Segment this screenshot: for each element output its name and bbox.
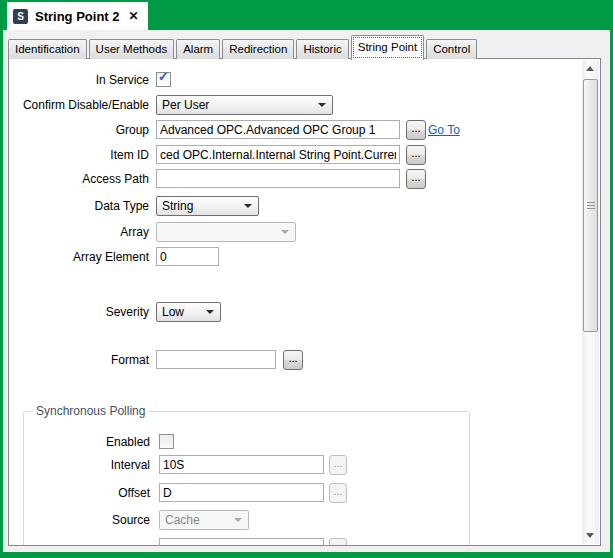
check-icon: ✓ bbox=[158, 69, 169, 84]
row-severity: Severity Low bbox=[9, 302, 580, 322]
confirm-disable-enable-label: Confirm Disable/Enable bbox=[9, 95, 149, 115]
data-type-value: String bbox=[162, 197, 193, 215]
scroll-up-button[interactable] bbox=[582, 60, 599, 77]
access-path-label: Access Path bbox=[9, 169, 149, 189]
chevron-down-icon bbox=[234, 518, 242, 522]
row-in-service: In Service ✓ bbox=[9, 70, 580, 90]
row-clipped-bottom: ... bbox=[24, 538, 449, 546]
source-value: Cache bbox=[165, 511, 200, 529]
chevron-down-icon bbox=[206, 310, 214, 314]
array-combobox bbox=[156, 222, 296, 242]
severity-combobox[interactable]: Low bbox=[156, 302, 221, 322]
chevron-down-icon bbox=[318, 103, 326, 107]
row-group: Group ... Go To bbox=[9, 120, 580, 140]
close-icon[interactable]: ✕ bbox=[129, 9, 139, 23]
chevron-down-icon bbox=[281, 230, 289, 234]
access-path-browse-button[interactable]: ... bbox=[406, 169, 426, 189]
row-array-element: Array Element bbox=[9, 247, 580, 267]
offset-browse-button: ... bbox=[329, 483, 347, 503]
scroll-down-button[interactable] bbox=[582, 527, 599, 544]
item-id-label: Item ID bbox=[9, 145, 149, 165]
tab-string-point[interactable]: String Point bbox=[351, 35, 424, 60]
clipped-input[interactable] bbox=[159, 538, 324, 546]
offset-input[interactable] bbox=[159, 483, 324, 502]
in-service-checkbox[interactable]: ✓ bbox=[156, 72, 171, 87]
tab-redirection[interactable]: Redirection bbox=[222, 39, 294, 59]
arrow-down-icon bbox=[586, 533, 594, 538]
data-type-combobox[interactable]: String bbox=[156, 196, 259, 216]
thumb-grip-icon bbox=[587, 202, 595, 210]
row-access-path: Access Path ... bbox=[9, 169, 580, 189]
source-label: Source bbox=[24, 510, 150, 530]
row-interval: Interval ... bbox=[24, 455, 449, 475]
item-id-input[interactable] bbox=[156, 145, 400, 164]
document-title: String Point 2 bbox=[35, 9, 120, 24]
go-to-link[interactable]: Go To bbox=[428, 120, 460, 140]
row-array: Array bbox=[9, 222, 580, 242]
enabled-label: Enabled bbox=[24, 432, 150, 452]
data-type-label: Data Type bbox=[9, 196, 149, 216]
group-input[interactable] bbox=[156, 120, 400, 139]
array-element-input[interactable] bbox=[156, 247, 219, 266]
scrollbar-thumb[interactable] bbox=[583, 79, 598, 332]
tab-historic[interactable]: Historic bbox=[296, 39, 348, 59]
document-tab[interactable]: S String Point 2 ✕ bbox=[7, 2, 148, 30]
tab-alarm[interactable]: Alarm bbox=[176, 39, 220, 59]
row-format: Format ... bbox=[9, 350, 580, 370]
interval-browse-button: ... bbox=[329, 455, 347, 475]
string-point-icon: S bbox=[13, 9, 28, 24]
array-element-label: Array Element bbox=[9, 247, 149, 267]
arrow-up-icon bbox=[586, 66, 594, 71]
array-label: Array bbox=[9, 222, 149, 242]
string-point-tab-page: In Service ✓ Confirm Disable/Enable Per … bbox=[8, 58, 601, 546]
vertical-scrollbar[interactable] bbox=[582, 60, 599, 544]
tab-control[interactable]: Control bbox=[426, 39, 477, 59]
confirm-disable-enable-combobox[interactable]: Per User bbox=[156, 95, 333, 115]
access-path-input[interactable] bbox=[156, 169, 400, 188]
chevron-down-icon bbox=[244, 204, 252, 208]
row-source: Source Cache bbox=[24, 510, 449, 530]
format-label: Format bbox=[9, 350, 149, 370]
synchronous-polling-title: Synchronous Polling bbox=[32, 404, 149, 418]
string-point-window: S String Point 2 ✕ Identification User M… bbox=[0, 0, 613, 558]
format-input[interactable] bbox=[156, 350, 276, 369]
tab-user-methods[interactable]: User Methods bbox=[89, 39, 175, 59]
item-id-browse-button[interactable]: ... bbox=[406, 145, 426, 165]
row-offset: Offset ... bbox=[24, 483, 449, 503]
format-browse-button[interactable]: ... bbox=[283, 350, 303, 370]
group-label: Group bbox=[9, 120, 149, 140]
offset-label: Offset bbox=[24, 483, 150, 503]
row-item-id: Item ID ... bbox=[9, 145, 580, 165]
row-confirm-disable-enable: Confirm Disable/Enable Per User bbox=[9, 95, 580, 115]
enabled-checkbox[interactable] bbox=[159, 434, 174, 449]
clipped-browse-button: ... bbox=[329, 538, 347, 546]
interval-label: Interval bbox=[24, 455, 150, 475]
tab-identification[interactable]: Identification bbox=[8, 39, 87, 59]
confirm-disable-enable-value: Per User bbox=[162, 96, 209, 114]
row-data-type: Data Type String bbox=[9, 196, 580, 216]
tab-strip: Identification User Methods Alarm Redire… bbox=[8, 36, 605, 59]
severity-value: Low bbox=[162, 303, 184, 321]
group-browse-button[interactable]: ... bbox=[406, 120, 426, 140]
interval-input[interactable] bbox=[159, 455, 324, 474]
row-enabled: Enabled bbox=[24, 432, 449, 452]
in-service-label: In Service bbox=[9, 70, 149, 90]
source-combobox: Cache bbox=[159, 510, 249, 530]
synchronous-polling-groupbox: Synchronous Polling Enabled Interval ...… bbox=[23, 411, 470, 546]
severity-label: Severity bbox=[9, 302, 149, 322]
dialog-body: Identification User Methods Alarm Redire… bbox=[3, 30, 610, 552]
